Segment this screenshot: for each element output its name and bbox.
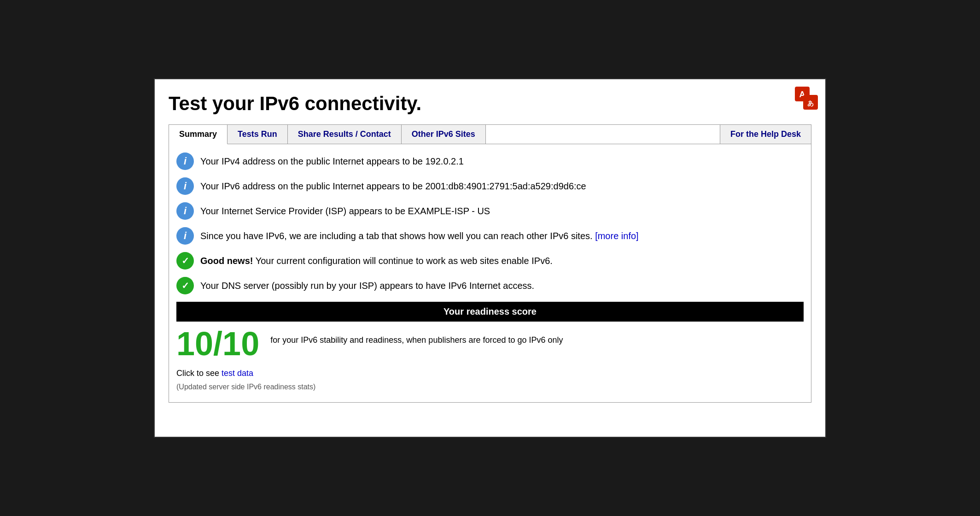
info-text-isp: Your Internet Service Provider (ISP) app… [200, 205, 490, 217]
svg-text:あ: あ [807, 100, 814, 107]
test-data-link-row: Click to see test data [176, 369, 804, 378]
tab-summary[interactable]: Summary [169, 125, 228, 144]
list-item: i Your IPv4 address on the public Intern… [176, 152, 804, 170]
list-item: i Since you have IPv6, we are including … [176, 227, 804, 245]
info-icon: i [176, 202, 194, 220]
score-description: for your IPv6 stability and readiness, w… [270, 327, 563, 346]
info-icon: i [176, 227, 194, 245]
tab-other-ipv6[interactable]: Other IPv6 Sites [402, 125, 486, 144]
info-icon: i [176, 177, 194, 195]
info-text-good-news: Good news! Your current configuration wi… [200, 254, 553, 267]
check-icon: ✓ [176, 277, 194, 294]
tabs-container: Summary Tests Run Share Results / Contac… [169, 124, 811, 144]
readiness-score-bar: Your readiness score [176, 302, 804, 322]
tab-help-desk[interactable]: For the Help Desk [720, 125, 811, 144]
more-info-link[interactable]: [more info] [595, 231, 638, 241]
info-text-ipv4: Your IPv4 address on the public Internet… [200, 155, 464, 168]
score-number: 10/10 [176, 327, 259, 360]
content-area: i Your IPv4 address on the public Intern… [169, 144, 811, 403]
info-text-ipv6-tab: Since you have IPv6, we are including a … [200, 229, 639, 242]
list-item: ✓ Your DNS server (possibly run by your … [176, 277, 804, 294]
tab-share-results[interactable]: Share Results / Contact [288, 125, 402, 144]
translate-icon[interactable]: A あ [794, 86, 819, 112]
list-item: ✓ Good news! Your current configuration … [176, 252, 804, 270]
main-window: A あ Test your IPv6 connectivity. Summary… [154, 78, 826, 438]
test-data-link[interactable]: test data [222, 369, 253, 378]
info-icon: i [176, 152, 194, 170]
tab-spacer [486, 125, 720, 144]
info-text-ipv6: Your IPv6 address on the public Internet… [200, 180, 586, 193]
page-title: Test your IPv6 connectivity. [169, 93, 811, 114]
info-text-dns: Your DNS server (possibly run by your IS… [200, 279, 534, 292]
tab-tests-run[interactable]: Tests Run [228, 125, 288, 144]
list-item: i Your IPv6 address on the public Intern… [176, 177, 804, 195]
updated-stats-text: (Updated server side IPv6 readiness stat… [176, 383, 804, 391]
check-icon: ✓ [176, 252, 194, 270]
score-section: 10/10 for your IPv6 stability and readin… [176, 322, 804, 360]
list-item: i Your Internet Service Provider (ISP) a… [176, 202, 804, 220]
